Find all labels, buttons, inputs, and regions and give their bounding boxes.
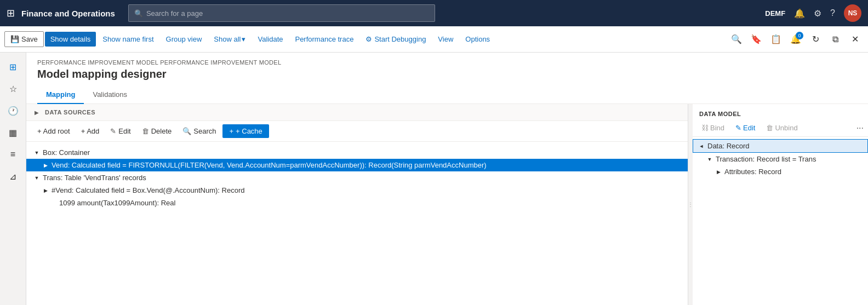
tree-item-tax1099[interactable]: ▶ 1099 amount(Tax1099Amount): Real [26,197,688,209]
edit-dm-button[interactable]: ✎ Edit [731,122,760,134]
dm-item-data-record[interactable]: ◄ Data: Record [693,139,868,153]
data-model-panel: DATA MODEL ⛓ Bind ✎ Edit 🗑 Unbind ··· [693,104,868,305]
search-toolbar-icon[interactable]: 🔍 [728,31,745,48]
bind-button[interactable]: ⛓ Bind [697,122,729,134]
page-header: PERFORMANCE IMPROVEMENT MODEL PERFORMANC… [26,53,868,104]
delete-icon: 🗑 [142,127,149,135]
sidebar-item-modules[interactable]: ▦ [3,123,23,142]
dm-toggle-attributes[interactable]: ▶ [715,168,722,176]
add-button[interactable]: + Add [77,125,104,137]
show-name-first-button[interactable]: Show name first [97,32,159,47]
tab-mapping[interactable]: Mapping [37,86,84,104]
tree-item-hash-vend[interactable]: ▶ #Vend: Calculated field = Box.Vend(@.A… [26,184,688,197]
tree-toggle-box[interactable]: ▼ [33,149,41,157]
group-view-button[interactable]: Group view [161,32,208,47]
app-title: Finance and Operations [21,9,115,18]
expand-icon[interactable]: 📋 [767,31,785,48]
top-nav: ⊞ Finance and Operations 🔍 DEMF 🔔 ⚙ ? NS [0,0,868,26]
ds-panel: ▶ DATA SOURCES + Add root + Add ✎ Edit [26,104,868,305]
notification-icon[interactable]: 🔔 0 [787,31,804,48]
view-button[interactable]: View [432,32,459,47]
dm-tree: ◄ Data: Record ▼ Transaction: Record lis… [693,137,868,305]
show-all-button[interactable]: Show all ▾ [208,32,251,47]
env-label: DEMF [765,9,785,18]
open-in-new-icon[interactable]: ⧉ [826,31,844,48]
search-ds-button[interactable]: 🔍 Search [178,125,220,137]
save-icon: 💾 [10,35,19,43]
ds-collapse-icon[interactable]: ▶ [33,108,41,116]
dm-item-attributes[interactable]: ▶ Attributes: Record [693,165,868,178]
tabs: Mapping Validations [37,86,857,103]
help-icon[interactable]: ? [830,8,835,18]
bind-icon: ⛓ [701,124,709,132]
ds-toolbar: + Add root + Add ✎ Edit 🗑 Delete 🔍 [26,121,688,142]
sidebar-filter-icon[interactable]: ⊿ [3,166,23,186]
performance-trace-button[interactable]: Performance trace [289,32,359,47]
left-sidebar: ⊞ ☆ 🕐 ▦ ≡ ⊿ [0,53,26,305]
dm-toggle-data[interactable]: ◄ [698,142,705,150]
data-sources-panel: ▶ DATA SOURCES + Add root + Add ✎ Edit [26,104,688,305]
add-root-button[interactable]: + Add root [33,125,75,137]
edit-ds-icon: ✎ [110,127,116,135]
sidebar-item-list[interactable]: ≡ [3,145,23,164]
save-button[interactable]: 💾 Save [4,31,44,47]
dm-header: DATA MODEL [693,104,868,119]
breadcrumb: PERFORMANCE IMPROVEMENT MODEL PERFORMANC… [37,59,857,66]
tree-toggle-vend[interactable]: ▶ [42,162,49,169]
search-ds-icon: 🔍 [182,127,191,135]
search-bar[interactable]: 🔍 [128,4,435,22]
dm-toggle-transaction[interactable]: ▼ [706,156,713,163]
avatar[interactable]: NS [844,4,861,22]
dm-item-transaction[interactable]: ▼ Transaction: Record list = Trans [693,153,868,165]
toolbar: 💾 Save Show details Show name first Grou… [0,26,868,53]
cache-button[interactable]: + + Cache [222,124,269,138]
bookmark-icon[interactable]: 🔖 [747,31,765,48]
notification-badge: 0 [796,32,803,39]
tab-validations[interactable]: Validations [84,86,136,104]
tree-item-trans[interactable]: ▼ Trans: Table 'VendTrans' records [26,171,688,184]
edit-ds-button[interactable]: ✎ Edit [106,125,135,137]
search-icon: 🔍 [134,9,143,18]
cache-icon: + [229,127,233,135]
ds-header: ▶ DATA SOURCES [26,104,688,121]
page-title: Model mapping designer [37,68,857,80]
tree-item-vend[interactable]: ▶ Vend: Calculated field = FIRSTORNULL(F… [26,159,688,171]
sidebar-item-home[interactable]: ⊞ [3,57,23,77]
sidebar-item-recent[interactable]: 🕐 [3,101,23,120]
validate-button[interactable]: Validate [252,32,288,47]
gear-icon[interactable]: ⚙ [814,8,821,19]
unbind-button[interactable]: 🗑 Unbind [762,122,802,134]
start-debugging-button[interactable]: ⚙ Start Debugging [360,32,431,47]
chevron-down-icon: ▾ [242,35,245,43]
close-icon[interactable]: ✕ [846,31,864,48]
more-options-icon[interactable]: ··· [856,123,864,133]
ds-tree: ▼ Box: Container ▶ Vend: Calculated fiel… [26,142,688,305]
debug-icon: ⚙ [366,35,372,43]
show-details-button[interactable]: Show details [45,32,96,47]
search-input[interactable] [146,9,429,18]
options-button[interactable]: Options [460,32,495,47]
bell-icon[interactable]: 🔔 [794,8,805,19]
tree-toggle-hash-vend[interactable]: ▶ [42,187,49,194]
dm-toolbar: ⛓ Bind ✎ Edit 🗑 Unbind ··· [693,119,868,137]
tree-item-box[interactable]: ▼ Box: Container [26,146,688,159]
top-nav-right: DEMF 🔔 ⚙ ? NS [765,4,861,22]
sidebar-item-favorites[interactable]: ☆ [3,79,23,99]
grid-icon[interactable]: ⊞ [7,7,15,19]
delete-button[interactable]: 🗑 Delete [138,125,176,137]
main-layout: ⊞ ☆ 🕐 ▦ ≡ ⊿ PERFORMANCE IMPROVEMENT MODE… [0,53,868,305]
tree-toggle-trans[interactable]: ▼ [33,174,41,182]
edit-dm-icon: ✎ [735,124,741,132]
unbind-icon: 🗑 [766,124,773,132]
content-area: PERFORMANCE IMPROVEMENT MODEL PERFORMANC… [26,53,868,305]
refresh-icon[interactable]: ↻ [807,31,824,48]
ds-header-title: DATA SOURCES [45,109,95,116]
main-vertical-splitter[interactable]: ⋮ [688,104,693,305]
